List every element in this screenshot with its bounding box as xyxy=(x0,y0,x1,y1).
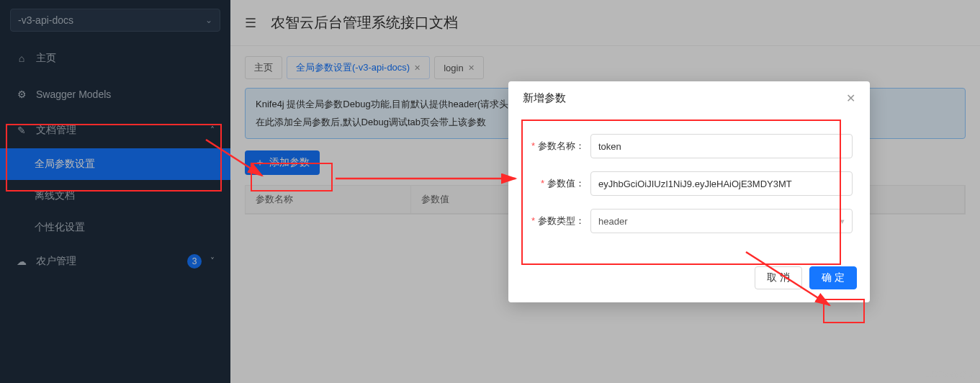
cancel-button[interactable]: 取 消 xyxy=(755,266,802,289)
row-param-name: *参数名称： xyxy=(526,134,853,158)
modal-header: 新增参数 ✕ xyxy=(508,81,870,115)
modal-footer: 取 消 确 定 xyxy=(508,259,870,302)
add-param-modal: 新增参数 ✕ *参数名称： *参数值： *参数类型： header ▾ 取 消 … xyxy=(508,81,870,302)
label-type: *参数类型： xyxy=(526,215,590,227)
label-name: *参数名称： xyxy=(526,140,590,153)
watermark: CSDN @尖メ xyxy=(926,369,974,380)
row-param-type: *参数类型： header ▾ xyxy=(526,209,853,233)
ok-button[interactable]: 确 定 xyxy=(809,266,857,289)
row-param-value: *参数值： xyxy=(526,171,853,196)
modal-title: 新增参数 xyxy=(523,91,566,105)
input-param-name[interactable] xyxy=(590,134,853,158)
select-param-type[interactable]: header ▾ xyxy=(590,209,853,233)
input-param-value[interactable] xyxy=(590,171,853,196)
select-value: header xyxy=(598,216,627,227)
close-icon[interactable]: ✕ xyxy=(846,91,855,105)
modal-body: *参数名称： *参数值： *参数类型： header ▾ xyxy=(508,115,870,259)
chevron-down-icon: ▾ xyxy=(840,217,845,226)
label-value: *参数值： xyxy=(526,177,590,190)
